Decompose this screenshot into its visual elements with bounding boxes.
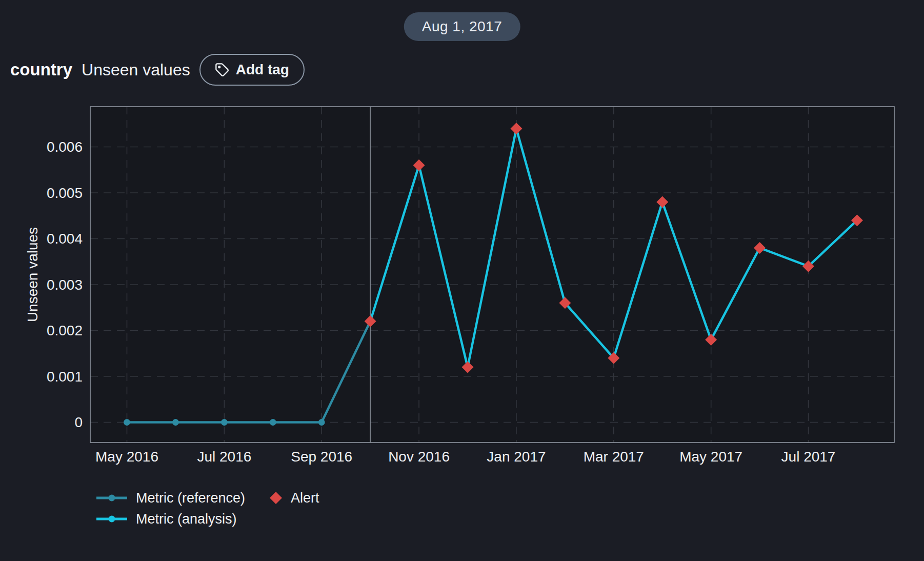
analysis-line-marker bbox=[95, 514, 128, 524]
reference-point bbox=[124, 419, 130, 426]
legend-label-analysis: Metric (analysis) bbox=[136, 511, 237, 527]
y-tick-label: 0.001 bbox=[47, 369, 83, 385]
reference-point bbox=[318, 419, 325, 426]
legend-label-alert: Alert bbox=[291, 490, 319, 506]
x-tick-label: Mar 2017 bbox=[584, 449, 644, 465]
chart-legend: Metric (reference) Metric (analysis) Ale… bbox=[95, 490, 319, 527]
y-tick-label: 0.003 bbox=[47, 277, 83, 293]
reference-point bbox=[270, 419, 276, 426]
reference-point bbox=[172, 419, 179, 426]
x-tick-label: Jul 2017 bbox=[781, 449, 836, 465]
plot-area[interactable] bbox=[90, 107, 894, 443]
y-tick-label: 0.006 bbox=[47, 139, 83, 155]
x-tick-label: May 2017 bbox=[679, 449, 742, 465]
y-tick-label: 0.002 bbox=[47, 323, 83, 338]
legend-item-analysis[interactable]: Metric (analysis) bbox=[95, 511, 245, 527]
legend-metric-column: Metric (reference) Metric (analysis) bbox=[95, 490, 245, 527]
unseen-values-chart: 00.0010.0020.0030.0040.0050.006May 2016J… bbox=[0, 0, 924, 561]
y-axis-title: Unseen values bbox=[25, 227, 41, 322]
legend-label-reference: Metric (reference) bbox=[136, 490, 245, 506]
y-tick-label: 0 bbox=[74, 414, 83, 430]
y-tick-label: 0.005 bbox=[47, 185, 83, 201]
reference-line-marker bbox=[95, 493, 128, 503]
reference-point bbox=[221, 419, 228, 426]
x-tick-label: Jan 2017 bbox=[487, 449, 546, 465]
alert-diamond-marker bbox=[269, 491, 283, 505]
x-tick-label: May 2016 bbox=[95, 449, 158, 465]
y-tick-label: 0.004 bbox=[47, 231, 83, 247]
legend-item-reference[interactable]: Metric (reference) bbox=[95, 490, 245, 506]
x-tick-label: Jul 2016 bbox=[197, 449, 251, 465]
legend-item-alert[interactable]: Alert bbox=[269, 490, 319, 506]
x-tick-label: Sep 2016 bbox=[291, 449, 352, 465]
x-tick-label: Nov 2016 bbox=[388, 449, 450, 465]
